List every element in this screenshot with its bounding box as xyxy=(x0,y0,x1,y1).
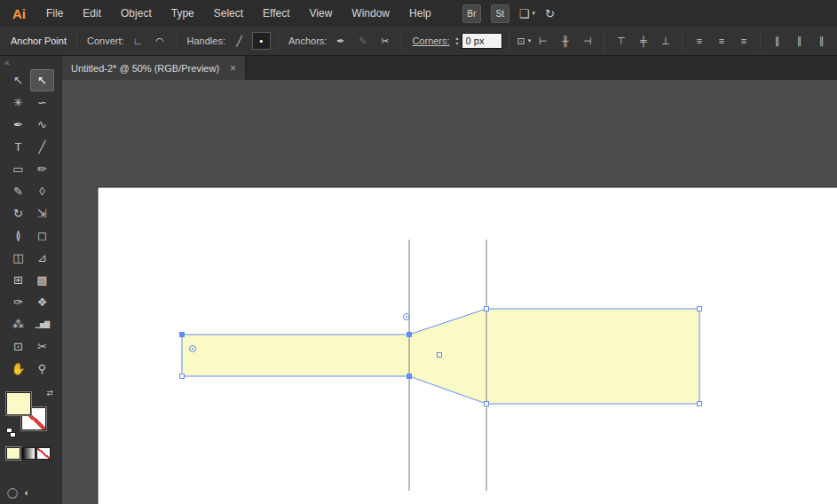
align-right-button[interactable]: ⊣ xyxy=(578,32,596,50)
corners-input[interactable] xyxy=(462,33,502,49)
apply-color-button[interactable] xyxy=(6,447,20,460)
menu-type[interactable]: Type xyxy=(162,0,204,27)
menu-view[interactable]: View xyxy=(300,0,343,27)
menu-help[interactable]: Help xyxy=(399,0,441,27)
align-bottom-button[interactable]: ⊥ xyxy=(656,32,675,50)
show-handles-button[interactable]: ╱ xyxy=(230,32,249,50)
eraser-tool[interactable]: ◊ xyxy=(30,180,54,202)
default-fill-stroke-icon[interactable] xyxy=(6,428,18,438)
blend-tool[interactable]: ❖ xyxy=(30,291,54,313)
menu-edit[interactable]: Edit xyxy=(73,0,111,27)
workspace-switcher-button[interactable]: ❏▾ xyxy=(519,7,535,20)
anchor-point[interactable] xyxy=(698,402,702,406)
document-tab[interactable]: Untitled-2* @ 50% (RGB/Preview) × xyxy=(62,56,246,80)
main-area: « ↖↖✳∽✒∿T╱▭✏✎◊↻⇲≬◻◫⊿⊞▩✑❖⁂▁▅▇⊡✂✋⚲ ⇄ ◯ ◐ xyxy=(0,56,837,504)
align-group: ∥∥∥ xyxy=(767,32,832,50)
swap-fill-stroke-icon[interactable]: ⇄ xyxy=(46,389,53,398)
illustrator-logo: Ai xyxy=(7,6,36,21)
distribute-center-vertical-button[interactable]: ≡ xyxy=(712,32,730,50)
hide-handles-button[interactable]: ▪ xyxy=(252,32,271,50)
menu-effect[interactable]: Effect xyxy=(253,0,299,27)
menu-window[interactable]: Window xyxy=(342,0,399,27)
convert-to-corner-button[interactable]: ∟ xyxy=(129,32,147,50)
type-tool[interactable]: T xyxy=(6,136,30,158)
width-tool[interactable]: ≬ xyxy=(6,224,30,247)
anchor-point[interactable] xyxy=(698,307,702,311)
stock-button[interactable]: St xyxy=(491,4,509,23)
anchor-point[interactable] xyxy=(180,374,185,379)
draw-normal-button[interactable]: ◯ xyxy=(7,487,18,499)
anchor-point[interactable] xyxy=(180,333,185,337)
canvas-area[interactable] xyxy=(62,80,837,504)
anchor-point[interactable] xyxy=(407,374,412,379)
bridge-button[interactable]: Br xyxy=(462,4,481,23)
align-left-button[interactable]: ⊢ xyxy=(533,32,552,50)
symbol-sprayer-tool[interactable]: ⁂ xyxy=(6,313,30,335)
apply-none-button[interactable] xyxy=(36,447,51,460)
align-group: ⊢╫⊣ xyxy=(533,32,597,50)
tab-bar: Untitled-2* @ 50% (RGB/Preview) × xyxy=(62,56,837,80)
tools-grid: ↖↖✳∽✒∿T╱▭✏✎◊↻⇲≬◻◫⊿⊞▩✑❖⁂▁▅▇⊡✂✋⚲ xyxy=(6,69,54,380)
distribute-center-horizontal-button[interactable]: ∥ xyxy=(790,32,809,50)
shape-builder-tool[interactable]: ◫ xyxy=(6,247,30,269)
rotate-tool[interactable]: ↻ xyxy=(6,202,30,224)
separator xyxy=(177,31,178,51)
illustrator-window: Ai FileEditObjectTypeSelectEffectViewWin… xyxy=(0,0,837,504)
anchors-label: Anchors: xyxy=(288,35,327,46)
convert-buttons: ∟◠ xyxy=(128,32,170,50)
slice-tool[interactable]: ✂ xyxy=(30,335,54,358)
anchor-point[interactable] xyxy=(485,402,489,406)
line-segment-tool[interactable]: ╱ xyxy=(30,136,54,158)
curvature-tool[interactable]: ∿ xyxy=(30,114,54,136)
gradient-tool[interactable]: ▩ xyxy=(30,269,54,291)
artboard-tool[interactable]: ⊡ xyxy=(6,335,30,358)
screen-mode-button[interactable]: ◐ xyxy=(24,487,30,499)
separator xyxy=(278,31,279,51)
close-icon[interactable]: × xyxy=(230,62,236,75)
isolate-object-button[interactable]: ⊡▾ xyxy=(517,32,533,50)
mesh-tool[interactable]: ⊞ xyxy=(6,269,30,291)
anchor-point[interactable] xyxy=(407,333,412,337)
sync-icon[interactable]: ↻ xyxy=(545,7,555,20)
stepper-down-icon[interactable]: ▾ xyxy=(456,41,459,46)
eyedropper-tool[interactable]: ✑ xyxy=(6,291,30,313)
cut-path-button[interactable]: ✂ xyxy=(375,32,394,50)
selection-tool[interactable]: ↖ xyxy=(6,69,30,91)
anchor-point[interactable] xyxy=(485,307,489,311)
align-center-horizontal-button[interactable]: ╫ xyxy=(556,32,574,50)
remove-anchor-button[interactable]: ✒ xyxy=(331,32,350,50)
magic-wand-tool[interactable]: ✳ xyxy=(6,91,30,114)
convert-to-smooth-button[interactable]: ◠ xyxy=(151,32,170,50)
perspective-grid-tool[interactable]: ⊿ xyxy=(30,247,54,269)
distribute-left-button[interactable]: ∥ xyxy=(768,32,786,50)
pen-tool[interactable]: ✒ xyxy=(6,114,30,136)
collapse-panel-icon[interactable]: « xyxy=(0,57,61,68)
scale-tool[interactable]: ⇲ xyxy=(30,202,54,224)
align-middle-vertical-button[interactable]: ╪ xyxy=(634,32,652,50)
zoom-tool[interactable]: ⚲ xyxy=(30,358,54,380)
apply-gradient-button[interactable] xyxy=(21,447,36,460)
free-transform-tool[interactable]: ◻ xyxy=(30,224,54,247)
shaper-tool[interactable]: ✎ xyxy=(6,180,30,202)
direct-selection-tool[interactable]: ↖ xyxy=(30,69,54,91)
align-top-button[interactable]: ⊤ xyxy=(612,32,630,50)
corners-stepper[interactable]: ▴ ▾ xyxy=(456,35,459,46)
corners-label[interactable]: Corners: xyxy=(412,35,449,46)
context-label: Anchor Point xyxy=(11,35,67,46)
distribute-right-button[interactable]: ∥ xyxy=(812,32,831,50)
menu-object[interactable]: Object xyxy=(111,0,162,27)
lasso-tool[interactable]: ∽ xyxy=(30,91,54,114)
paintbrush-tool[interactable]: ✏ xyxy=(30,158,54,180)
control-bar: Anchor Point Convert: ∟◠ Handles: ╱▪ Anc… xyxy=(0,27,837,56)
menubar-right-controls: Br St ❏▾ ↻ xyxy=(462,4,555,23)
hand-tool[interactable]: ✋ xyxy=(6,358,30,380)
menu-select[interactable]: Select xyxy=(204,0,253,27)
fill-swatch[interactable] xyxy=(6,392,31,415)
menu-file[interactable]: File xyxy=(36,0,73,27)
separator xyxy=(604,31,604,51)
distribute-top-button[interactable]: ≡ xyxy=(690,32,708,50)
column-graph-tool[interactable]: ▁▅▇ xyxy=(30,313,54,335)
rectangle-tool[interactable]: ▭ xyxy=(6,158,30,180)
distribute-bottom-button[interactable]: ≡ xyxy=(734,32,753,50)
connect-anchors-button[interactable]: ✎ xyxy=(353,32,372,50)
